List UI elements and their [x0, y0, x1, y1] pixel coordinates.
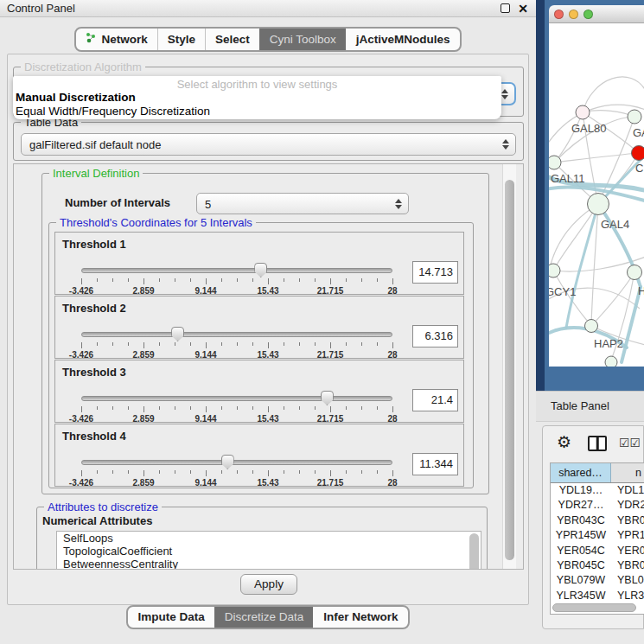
scale-label: 28: [387, 478, 397, 488]
tick-mark: [315, 342, 316, 346]
bottom-tab-impute-data-label: Impute Data: [137, 610, 204, 623]
threshold-slider-4[interactable]: -3.4262.8599.14415.4321.71528: [81, 457, 392, 487]
table-row[interactable]: YER054CYER0: [551, 544, 644, 558]
node-table: shared… n YDL19…YDL1YDR27…YDR2YBR043CYBR…: [550, 462, 644, 615]
tick-mark: [299, 470, 300, 474]
panel-scrollbar[interactable]: [502, 164, 516, 570]
table-row[interactable]: YLR345WYLR3: [551, 589, 644, 603]
tick-mark: [346, 470, 347, 474]
bottom-tab-discretize-data[interactable]: Discretize Data: [214, 607, 314, 628]
tick-mark: [346, 342, 347, 346]
split-columns-icon[interactable]: [588, 436, 607, 451]
table-row[interactable]: YDL19…YDL1: [551, 483, 644, 498]
table-row[interactable]: YBL079WYBL0: [551, 573, 644, 588]
threshold-value-1[interactable]: 14.713: [412, 261, 458, 284]
network-node-c[interactable]: [632, 146, 644, 161]
node-table-header: shared… n: [551, 463, 644, 483]
tick-mark: [159, 406, 160, 410]
network-node-h[interactable]: [628, 265, 642, 280]
scale-label: 2.859: [132, 286, 154, 296]
numerical-attributes-list[interactable]: SelfLoopsTopologicalCoefficientBetweenne…: [56, 531, 481, 570]
threshold-slider-1[interactable]: -3.4262.8599.14415.4321.71528: [81, 265, 392, 295]
gear-icon[interactable]: ⚙: [557, 432, 571, 452]
apply-button[interactable]: Apply: [240, 574, 297, 595]
network-node[interactable]: [605, 356, 617, 367]
number-of-intervals-select[interactable]: 5: [196, 193, 409, 214]
dropdown-option-manual-discretization[interactable]: Manual Discretization: [13, 91, 501, 105]
table-panel-toolbar: ⚙ ☑☑: [543, 426, 644, 461]
tick-mark: [315, 278, 316, 282]
close-icon[interactable]: ✕: [518, 1, 528, 17]
threshold-slider-2[interactable]: -3.4262.8599.14415.4321.71528: [81, 329, 392, 359]
network-node-gal4[interactable]: [588, 194, 609, 215]
tick-mark: [128, 470, 129, 474]
slider-thumb[interactable]: [171, 327, 184, 341]
node-label-gal11: GAL11: [551, 172, 585, 185]
table-data-select[interactable]: galFiltered.sif default node: [21, 133, 516, 156]
attribute-item-selfloops[interactable]: SelfLoops: [57, 532, 481, 545]
network-node-gcy1[interactable]: [549, 264, 560, 277]
network-node-ga[interactable]: [628, 110, 641, 124]
table-row[interactable]: YPR145WYPR1: [551, 528, 644, 543]
table-row[interactable]: YBR043CYBR0: [551, 513, 644, 528]
tab-select[interactable]: Select: [205, 29, 259, 50]
tick-mark: [190, 406, 191, 410]
column-header-shared-name[interactable]: shared…: [551, 463, 611, 482]
slider-thumb[interactable]: [321, 391, 334, 405]
tab-cyni-toolbox[interactable]: Cyni Toolbox: [259, 29, 346, 50]
attribute-item-topologicalcoefficient[interactable]: TopologicalCoefficient: [57, 545, 481, 558]
network-node-gal11[interactable]: [549, 156, 561, 169]
tick-mark: [284, 470, 284, 474]
network-node-hap2[interactable]: [585, 320, 598, 333]
table-row[interactable]: YBR045CYBR0: [551, 558, 644, 573]
threshold-value-2[interactable]: 6.316: [412, 325, 458, 348]
dropdown-option-equal-width-frequency[interactable]: Equal Width/Frequency Discretization: [13, 105, 501, 118]
node-label-gal80: GAL80: [571, 122, 606, 135]
tick-mark: [143, 278, 144, 284]
panel-scrollbar-thumb[interactable]: [505, 180, 514, 560]
network-node-gal80[interactable]: [576, 105, 590, 119]
algorithm-dropdown-popup: Select algorithm to view settings Manual…: [13, 76, 501, 119]
bottom-tab-strip: Impute DataDiscretize DataInfer Network: [126, 605, 409, 629]
cell-name: YPR1: [611, 528, 644, 543]
mac-zoom-icon[interactable]: [583, 10, 593, 19]
select-columns-icon[interactable]: ☑☑: [619, 436, 641, 450]
network-edge: [583, 111, 634, 117]
tab-style[interactable]: Style: [157, 29, 205, 50]
network-canvas[interactable]: GAL80GACGAL11GAL4GCY1HHAP2: [549, 23, 644, 367]
window-frame-shadow: [536, 0, 545, 391]
threshold-value-3[interactable]: 21.4: [412, 389, 458, 411]
tab-network[interactable]: Network: [76, 29, 156, 50]
bottom-tab-impute-data[interactable]: Impute Data: [128, 607, 214, 628]
scale-label: 15.43: [257, 286, 278, 296]
tick-mark: [237, 278, 238, 282]
slider-thumb[interactable]: [254, 263, 267, 277]
scale-label: -3.426: [69, 414, 93, 424]
network-edge-thick: [566, 204, 598, 328]
attribute-item-betweennesscentrality[interactable]: BetweennessCentrality: [57, 558, 481, 570]
table-row[interactable]: YDR27…YDR2: [551, 498, 644, 513]
attributes-group-title: Attributes to discretize: [44, 501, 162, 513]
scale-label: 15.43: [257, 414, 278, 424]
column-header-name[interactable]: n: [611, 463, 644, 482]
mac-minimize-icon[interactable]: [569, 10, 578, 19]
mac-close-icon[interactable]: [554, 10, 564, 19]
bottom-tab-infer-network[interactable]: Infer Network: [313, 607, 407, 628]
tick-mark: [175, 278, 175, 282]
scale-label: 21.715: [317, 286, 344, 296]
table-hscrollbar[interactable]: [552, 603, 642, 612]
tick-mark: [237, 406, 238, 410]
threshold-value-4[interactable]: 11.344: [412, 453, 458, 475]
slider-thumb[interactable]: [221, 455, 234, 469]
tick-mark: [284, 406, 284, 410]
tab-jactivemnodules[interactable]: jActiveMNodules: [346, 29, 460, 50]
list-scrollbar-thumb[interactable]: [469, 533, 479, 570]
table-hscrollbar-thumb[interactable]: [552, 603, 636, 612]
cell-name: YDL1: [611, 483, 644, 498]
threshold-slider-3[interactable]: -3.4262.8599.14415.4321.71528: [81, 393, 392, 423]
cell-shared-name: YBR043C: [551, 513, 611, 528]
float-window-icon[interactable]: [501, 3, 510, 13]
tab-style-label: Style: [168, 33, 195, 46]
table-panel-titlebar: Table Panel: [536, 391, 644, 422]
tick-mark: [97, 342, 98, 346]
